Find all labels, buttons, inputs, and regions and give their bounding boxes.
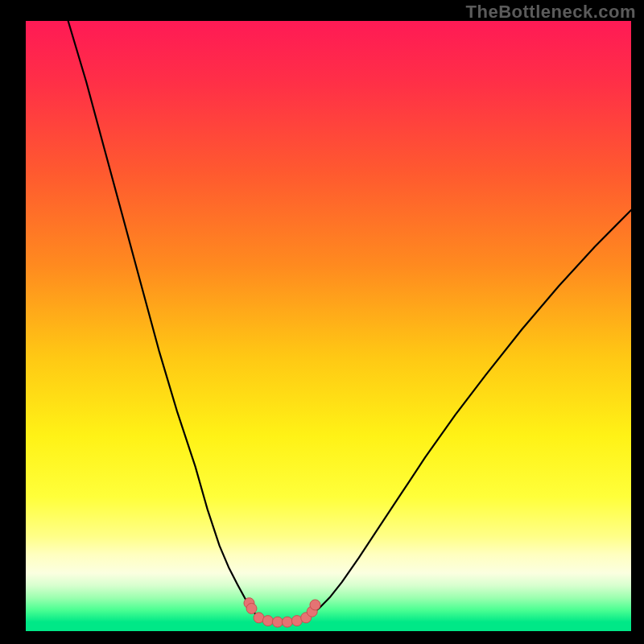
valley-marker (246, 603, 257, 613)
valley-marker (262, 616, 273, 626)
plot-background (26, 21, 631, 631)
bottleneck-chart (0, 0, 644, 644)
valley-marker (282, 617, 292, 627)
valley-marker (310, 600, 320, 610)
valley-marker (272, 617, 283, 627)
